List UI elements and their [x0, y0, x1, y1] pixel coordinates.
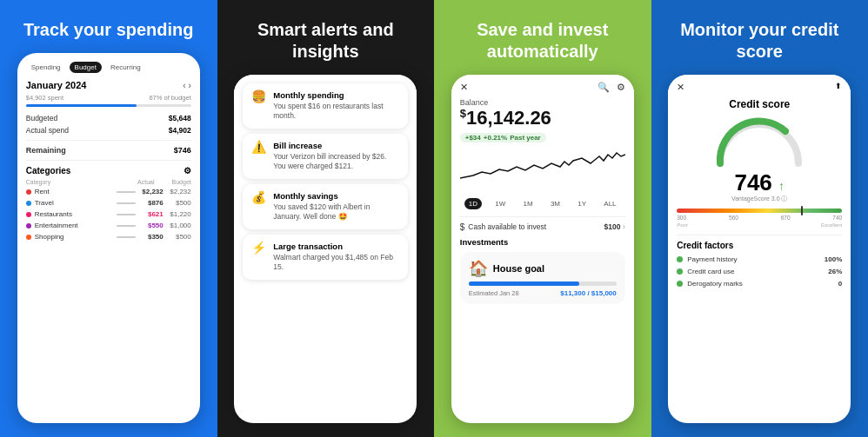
- cat-actual-shopping: $350: [139, 233, 164, 241]
- phone-alerts: 🍔 Monthly spending You spent $16 on rest…: [234, 75, 417, 423]
- cat-dot-entertainment: [26, 223, 31, 228]
- budget-tabs: Spending Budget Recurring: [26, 62, 191, 73]
- alert-content-1: Monthly spending You spent $16 on restau…: [273, 90, 399, 122]
- cash-amount: $100: [604, 222, 621, 231]
- phone-invest: ✕ 🔍 ⚙ Balance $16,142.26 +$34 +0.21% Pas…: [451, 75, 634, 423]
- cash-left: $ Cash available to invest: [460, 222, 546, 232]
- alert-body-3: You saved $120 with Albert in January. W…: [273, 202, 399, 222]
- panel-title-alerts: Smart alerts and insights: [231, 19, 421, 63]
- period-1d[interactable]: 1D: [464, 198, 482, 209]
- factor-dot-cc: [677, 268, 683, 275]
- range-poor: Poor: [677, 222, 688, 228]
- credit-gauge: [677, 116, 842, 168]
- panel-title-track: Track your spending: [23, 19, 194, 41]
- alerts-screen: 🍔 Monthly spending You spent $16 on rest…: [234, 75, 417, 287]
- period-3m[interactable]: 3M: [546, 198, 564, 209]
- alert-content-4: Large transaction Walmart charged you $1…: [273, 242, 399, 273]
- col-actual: Actual: [137, 179, 154, 185]
- credit-screen: ✕ ⬆ Credit score 746 ↑ VantageScore 3.0 …: [668, 75, 851, 299]
- cash-label: Cash available to invest: [468, 222, 546, 231]
- credit-title: Credit score: [677, 98, 842, 110]
- alert-title-1: Monthly spending: [273, 90, 399, 100]
- budgeted-label: Budgeted: [26, 114, 57, 122]
- credit-share-icon[interactable]: ⬆: [835, 82, 842, 93]
- invest-divider: [460, 216, 625, 217]
- cat-row-travel: Travel $876 $500: [26, 199, 191, 207]
- remaining-value: $746: [174, 146, 191, 155]
- remaining-label: Remaining: [26, 146, 66, 155]
- period-1y[interactable]: 1Y: [573, 198, 591, 209]
- budget-row-remaining: Remaining $746: [26, 146, 191, 155]
- house-goal-title: House goal: [493, 263, 544, 274]
- month-arrows[interactable]: ‹ ›: [183, 81, 190, 90]
- tab-recurring[interactable]: Recurring: [105, 62, 146, 73]
- month-row: January 2024 ‹ ›: [26, 80, 191, 90]
- gear-icon[interactable]: ⚙: [617, 82, 625, 93]
- panel-track-spending: Track your spending Spending Budget Recu…: [0, 0, 217, 437]
- cat-dot-rent: [26, 189, 31, 195]
- cat-row-entertainment: Entertainment $550 $1,000: [26, 222, 191, 229]
- cat-table-header: Category Actual Budget: [26, 179, 191, 185]
- badge-pct: +0.21%: [484, 134, 507, 142]
- invest-close-icon[interactable]: ✕: [460, 82, 468, 93]
- factor-dot-derogatory: [677, 281, 683, 287]
- cat-actual-restaurants: $621: [139, 210, 164, 218]
- panel-invest: Save and invest automatically ✕ 🔍 ⚙ Bala…: [434, 0, 651, 437]
- cash-arrow-icon[interactable]: ›: [623, 222, 625, 231]
- house-goal-card[interactable]: 🏠 House goal Estimated Jan 28 $11,300 / …: [460, 252, 625, 304]
- dollar-icon: $: [460, 222, 465, 232]
- budget-pct: 67% of budget: [149, 94, 190, 102]
- house-goal-estimated: Estimated Jan 28: [469, 289, 519, 297]
- panel-smart-alerts: Smart alerts and insights 🍔 Monthly spen…: [217, 0, 435, 437]
- alert-row-3: 💰 Monthly savings You saved $120 with Al…: [251, 191, 399, 222]
- savings-icon: 💰: [251, 191, 266, 203]
- cat-row-restaurants: Restaurants $621 $1,220: [26, 210, 191, 218]
- cat-budget-restaurants: $1,220: [167, 210, 191, 218]
- tab-spending[interactable]: Spending: [26, 62, 66, 73]
- cat-row-rent: Rent $2,232 $2,232: [26, 188, 191, 195]
- credit-range-bar: [677, 209, 842, 213]
- score-up-icon: ↑: [778, 179, 785, 193]
- credit-score-number: 746 ↑: [677, 171, 842, 194]
- budget-row-actual: Actual spend $4,902: [26, 126, 191, 135]
- factor-name-payment: Payment history: [687, 255, 825, 263]
- factor-value-derogatory: 0: [838, 280, 842, 288]
- cat-actual-rent: $2,232: [139, 188, 164, 195]
- alert-card-large-transaction: ⚡ Large transaction Walmart charged you …: [243, 235, 408, 280]
- range-labels: 300 560 670 740: [677, 215, 842, 221]
- credit-close-icon[interactable]: ✕: [677, 82, 684, 93]
- balance-amount: $16,142.26: [460, 108, 625, 129]
- invest-screen: ✕ 🔍 ⚙ Balance $16,142.26 +$34 +0.21% Pas…: [451, 75, 634, 311]
- panel-credit: Monitor your credit score ✕ ⬆ Credit sco…: [651, 0, 869, 437]
- budget-row-budgeted: Budgeted $5,648: [26, 114, 191, 122]
- alert-body-2: Your Verizon bill increased by $26. You …: [273, 152, 399, 172]
- burger-icon: 🍔: [251, 90, 266, 103]
- period-1w[interactable]: 1W: [491, 198, 510, 209]
- range-670: 670: [781, 215, 791, 221]
- range-560: 560: [729, 215, 738, 221]
- period-all[interactable]: ALL: [599, 198, 620, 209]
- investments-label: Investments: [460, 237, 625, 247]
- house-goal-amounts: $11,300 / $15,000: [560, 289, 617, 297]
- search-icon[interactable]: 🔍: [598, 82, 610, 93]
- alert-title-4: Large transaction: [273, 242, 399, 251]
- gauge-svg: [711, 116, 807, 168]
- cat-budget-rent: $2,232: [167, 188, 191, 195]
- credit-factors-title: Credit factors: [677, 241, 842, 250]
- factor-row-payment: Payment history 100%: [677, 255, 842, 263]
- categories-header: Categories ⚙: [26, 166, 191, 175]
- phone-budget: Spending Budget Recurring January 2024 ‹…: [17, 53, 200, 423]
- badge-amount: +$34: [465, 134, 481, 142]
- cat-name-entertainment: Entertainment: [35, 222, 113, 229]
- period-1m[interactable]: 1M: [519, 198, 537, 209]
- tab-budget[interactable]: Budget: [70, 62, 102, 73]
- categories-label: Categories: [26, 166, 71, 175]
- cat-budget-travel: $500: [167, 199, 191, 207]
- bolt-icon: ⚡: [251, 242, 266, 254]
- categories-gear-icon[interactable]: ⚙: [184, 166, 191, 175]
- credit-divider: [677, 235, 842, 235]
- cat-budget-shopping: $500: [167, 233, 191, 241]
- vantage-label: VantageScore 3.0 ⓘ: [677, 195, 842, 203]
- cat-name-travel: Travel: [35, 199, 113, 207]
- factor-row-cc: Credit card use 26%: [677, 268, 842, 275]
